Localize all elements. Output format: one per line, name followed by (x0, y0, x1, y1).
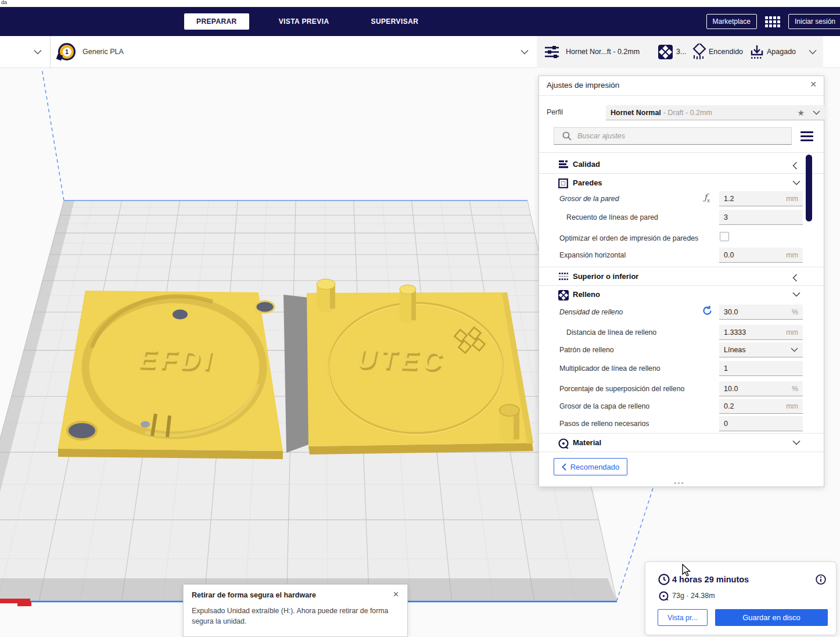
material-usage-estimate: 73g · 24.38m (672, 592, 715, 600)
chevron-left-icon (792, 274, 798, 282)
panel-resize-handle[interactable]: ••• (674, 479, 685, 488)
peg-top-left (317, 279, 335, 312)
info-icon[interactable] (816, 574, 826, 585)
apps-grid-icon[interactable] (765, 16, 780, 27)
quality-icon (558, 160, 569, 169)
toast-close-icon[interactable]: ✕ (393, 590, 399, 599)
field-infill-multiplier[interactable]: 1 (719, 361, 803, 376)
star-icon[interactable]: ★ (797, 108, 805, 117)
infill-section-icon (558, 290, 569, 300)
setting-label-wall-thickness: Grosor de la pared (559, 195, 619, 203)
field-infill-steps[interactable]: 0 (719, 416, 803, 431)
top-bottom-icon (558, 272, 569, 281)
sliders-icon (544, 45, 560, 59)
model-text-efdi: EFDI (136, 343, 219, 375)
marketplace-button[interactable]: Marketplace (706, 14, 757, 29)
walls-icon (558, 178, 568, 188)
chevron-down-icon (792, 440, 800, 445)
preview-button[interactable]: Vista pr... (658, 609, 708, 626)
setup-chevron-icon[interactable] (809, 49, 817, 55)
adhesion-state: Apagado (767, 48, 796, 56)
chevron-down-icon (791, 348, 798, 352)
field-horizontal-expansion[interactable]: 0.0 mm (719, 248, 803, 263)
toast-body: Expulsado Unidad extraíble (H:). Ahora p… (192, 606, 392, 627)
section-material[interactable]: Material (539, 436, 824, 451)
profile-summary: Hornet Nor...ft - 0.2mm (566, 48, 640, 56)
support-icon (691, 44, 708, 61)
build-volume-edge-left (42, 69, 64, 201)
settings-scrollbar[interactable] (806, 155, 812, 221)
settings-menu-icon[interactable] (800, 131, 813, 141)
profile-detail: - Draft - 0.2mm (663, 109, 712, 117)
setting-label-wall-line-count: Recuento de líneas de pared (566, 213, 658, 221)
checkbox-optimize-wall-order[interactable] (720, 232, 729, 241)
section-relleno[interactable]: Relleno (539, 288, 824, 303)
infill-summary: 3... (676, 48, 686, 56)
function-icon[interactable]: ƒx (704, 192, 710, 203)
mouse-cursor (681, 564, 694, 578)
setting-label-infill-pattern: Patrón de relleno (559, 346, 614, 354)
setting-label-infill-multiplier: Multiplicador de línea de relleno (559, 364, 660, 373)
field-wall-line-count[interactable]: 3 (719, 210, 803, 225)
model-utec[interactable]: UTEC UTEC (307, 279, 533, 455)
material-spool-icon (659, 591, 669, 601)
model-efdi[interactable]: EFDI EFDI (58, 291, 283, 459)
search-icon (562, 131, 572, 141)
setting-label-infill-overlap: Porcentaje de superposición del relleno (559, 385, 684, 393)
print-settings-panel: Ajustes de impresión ✕ Perfil Hornet Nor… (539, 76, 824, 487)
dropdown-infill-pattern[interactable]: Líneas (719, 342, 803, 357)
safe-removal-toast: Retirar de forma segura el hardware ✕ Ex… (183, 584, 408, 637)
spool-icon (558, 438, 569, 449)
profile-name: Hornet Normal (611, 109, 661, 117)
extruder-1-icon[interactable]: 1 (58, 43, 76, 60)
window-title-strip: da (0, 0, 840, 7)
setting-label-infill-line-distance: Distancia de línea de relleno (566, 328, 656, 337)
tab-preparar[interactable]: PREPARAR (184, 13, 249, 30)
extruder-number: 1 (63, 48, 71, 56)
save-to-disk-button[interactable]: Guardar en disco (715, 609, 828, 626)
panel-title: Ajustes de impresión (547, 81, 619, 90)
adhesion-icon (749, 44, 766, 60)
field-infill-layer-thickness[interactable]: 0.2 mm (719, 399, 803, 414)
print-setup-summary[interactable]: Hornet Nor...ft - 0.2mm 3... (537, 36, 823, 68)
field-infill-density[interactable]: 30.0 % (719, 305, 803, 320)
sign-in-button[interactable]: Iniciar sesión (788, 14, 840, 29)
field-infill-overlap[interactable]: 10.0 % (719, 381, 803, 396)
material-selector[interactable]: Generic PLA (82, 48, 124, 56)
setting-label-infill-steps: Pasos de relleno necesarios (559, 420, 649, 428)
chevron-left-icon (792, 162, 798, 170)
chevron-left-icon (562, 463, 566, 471)
configuration-toolbar: 1 Generic PLA Hornet Nor...ft - 0.2mm (0, 36, 840, 68)
field-wall-thickness[interactable]: 1.2 mm (719, 191, 803, 206)
settings-search[interactable] (554, 127, 792, 145)
cura-window: EFDI EFDI UTEC UTEC (0, 0, 840, 637)
recommended-button[interactable]: Recomendado (554, 458, 627, 475)
infill-icon (658, 45, 673, 59)
field-infill-line-distance[interactable]: 1.3333 mm (719, 325, 803, 340)
material-panel-chevron-icon[interactable] (520, 49, 529, 55)
panel-close-icon[interactable]: ✕ (810, 80, 817, 89)
setting-label-infill-layer-thickness: Grosor de la capa de relleno (559, 402, 649, 410)
chevron-down-icon (792, 180, 800, 185)
print-estimate-card: 4 horas 29 minutos 73g · 24.38m Vista pr… (645, 561, 837, 635)
shadow-strip (283, 295, 308, 453)
section-calidad[interactable]: Calidad (539, 158, 824, 173)
profile-dropdown[interactable]: Hornet Normal - Draft - 0.2mm ★ (606, 105, 825, 120)
section-paredes[interactable]: Paredes (539, 176, 824, 191)
section-superior-inferior[interactable]: Superior o inferior (539, 270, 824, 285)
reset-icon[interactable] (702, 305, 713, 316)
tab-supervisar[interactable]: SUPERVISAR (358, 13, 430, 30)
search-input[interactable] (577, 132, 769, 140)
printer-selector-chevron-icon[interactable] (34, 49, 42, 55)
setting-label-horizontal-expansion: Expansión horizontal (559, 251, 626, 259)
setting-label-optimize-wall-order: Optimizar el orden de impresión de pared… (559, 234, 698, 242)
peg-top-center (400, 285, 416, 323)
tab-vista-previa[interactable]: VISTA PREVIA (267, 13, 342, 30)
model-text-utec: UTEC (354, 343, 449, 375)
support-state: Encendido (709, 48, 743, 56)
main-header: PREPARAR VISTA PREVIA SUPERVISAR Marketp… (0, 7, 840, 36)
setting-label-infill-density: Densidad de relleno (559, 308, 623, 316)
peg-bottom-right (500, 405, 519, 443)
stage-tabs: PREPARAR VISTA PREVIA SUPERVISAR (184, 13, 430, 30)
toast-title: Retirar de forma segura el hardware (192, 591, 316, 599)
